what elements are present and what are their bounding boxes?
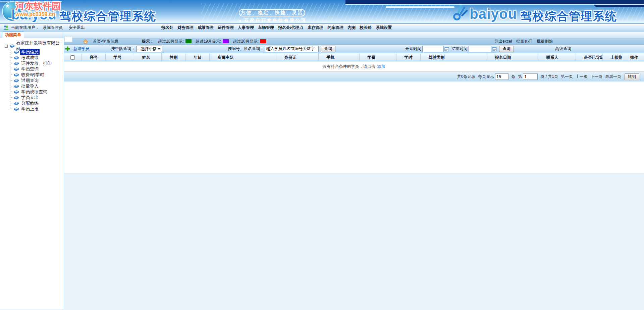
sidebar-item-7[interactable]: 学员成绩查询	[13, 89, 64, 95]
watermark-title: 河东软件园	[15, 1, 61, 11]
breadcrumb: 首页-学员信息	[93, 39, 118, 44]
online-users-icon	[3, 25, 9, 31]
tip-label: 提示：	[142, 39, 154, 44]
sidebar-item-1[interactable]: 考试成绩	[13, 55, 64, 60]
last-page-link[interactable]: 最后一页	[605, 74, 621, 80]
breadcrumb-bar: 首页-学员信息 提示： 超过18月显示: 超过19月显示: 超过20月显示: 导…	[64, 38, 644, 45]
col-header-10: 驾驶类别	[420, 54, 487, 61]
tip-swatch-red	[260, 39, 266, 43]
plus-icon	[65, 46, 70, 51]
end-time-input[interactable]	[469, 46, 491, 52]
brand-logo-text-right: baiyou	[470, 6, 517, 22]
header-white-line	[345, 4, 644, 5]
sidebar-tree: − 石家庄开发科技有限公司 学员信息 考试成绩 证件发放、打印	[0, 38, 64, 112]
sidebar-item-3[interactable]: 学员查询	[13, 66, 64, 72]
export-excel-link[interactable]: 导出excel	[494, 39, 512, 44]
menubar-item-5[interactable]: 车辆管理	[257, 25, 275, 31]
sidebar-item-5[interactable]: 过期查询	[13, 78, 64, 83]
table-empty-space	[64, 82, 644, 173]
slogan-box: 方便、稳定、快捷、灵活	[239, 9, 305, 16]
calendar-icon[interactable]	[492, 47, 497, 51]
app-window: baiyou 河东软件园 www.pc0359.cn 驾校综合管理系统 方便、稳…	[0, 0, 644, 310]
sidebar-tab-strip: 功能菜单	[0, 32, 64, 38]
search-button[interactable]: 查询	[321, 46, 335, 52]
prev-page-link[interactable]: 上一页	[576, 74, 588, 80]
menubar-item-2[interactable]: 成绩管理	[196, 25, 215, 31]
batch-print-link[interactable]: 批量套打	[516, 39, 532, 44]
collapse-icon[interactable]: −	[5, 45, 8, 48]
batch-actions: 导出excel 批量套打 批量删除	[494, 39, 644, 44]
col-header-8: 学费	[359, 54, 396, 61]
menubar-item-6[interactable]: 报名处/代理点	[277, 25, 305, 31]
page-label: 第	[518, 74, 522, 80]
notebook-icon	[13, 55, 19, 60]
col-header-9: 学时	[396, 54, 420, 61]
calendar-icon[interactable]	[444, 47, 449, 51]
watermark-url: www.pc0359.cn	[15, 11, 61, 17]
name-query-input[interactable]	[265, 46, 319, 52]
brand-hand-icon	[451, 4, 468, 21]
page-count-text: 页 / 共1页	[540, 74, 558, 80]
menubar-item-4[interactable]: 人事管理	[236, 25, 255, 31]
home-icon[interactable]	[83, 39, 88, 44]
notebook-icon	[13, 101, 19, 106]
squad-query-label: 按中队查询：	[111, 46, 135, 52]
col-header-0: 序号	[82, 54, 105, 61]
menubar-item-8[interactable]: 约车管理	[326, 25, 345, 31]
empty-add-link[interactable]: 添加	[377, 64, 385, 69]
tip-overdue-19: 超过19月显示:	[196, 39, 229, 44]
company-bullet: ●	[239, 18, 243, 23]
per-page-input[interactable]	[495, 73, 508, 80]
col-header-14: 上报期号	[602, 54, 622, 61]
col-header-6: 身份证	[276, 54, 318, 61]
menubar-item-0[interactable]: 报名处	[160, 25, 175, 31]
goto-page-button[interactable]: 转到	[625, 73, 639, 80]
menubar-item-10[interactable]: 校长处	[358, 25, 373, 31]
user-menu-bar: 当前在线用户： 系统管理员 安全退出 报名处 财务管理 成绩管理 证件管理 人事…	[0, 23, 644, 32]
col-header-11: 报名日期	[487, 54, 538, 61]
sidebar-item-0[interactable]: 学员信息	[13, 49, 64, 55]
sidebar-item-4[interactable]: 收费/转学时	[13, 72, 64, 78]
sidebar-item-10[interactable]: 学员上报	[13, 106, 64, 112]
notebook-icon	[13, 67, 19, 71]
company-name: 石家庄开发科技有限公司	[244, 17, 307, 23]
next-page-link[interactable]: 下一页	[590, 74, 602, 80]
per-page-label: 每页显示	[478, 74, 494, 80]
start-time-input[interactable]	[422, 46, 444, 52]
tip-overdue-20: 超过20月显示:	[233, 39, 266, 44]
squad-select[interactable]: --选择中队--	[137, 46, 162, 52]
notebook-icon	[13, 61, 19, 66]
sidebar-item-9[interactable]: 分配教练	[13, 100, 64, 106]
logout-link[interactable]: 安全退出	[69, 25, 85, 31]
current-username: 系统管理员	[43, 25, 63, 31]
function-menu-tab[interactable]: 功能菜单	[2, 32, 24, 38]
student-table: 序号 学号 姓名 性别 年龄 所属中队 身份证 手机 学费 学时 驾驶类别 报名…	[64, 53, 644, 61]
splitter-collapse-handle[interactable]	[64, 36, 72, 42]
watermark: 河东软件园 www.pc0359.cn	[15, 1, 61, 17]
header-swoosh	[386, 6, 454, 8]
tree-root-node[interactable]: − 石家庄开发科技有限公司	[2, 43, 64, 49]
sidebar-item-8[interactable]: 学员支出	[13, 95, 64, 100]
name-query-label: 按编号、姓名查询：	[228, 46, 264, 52]
app-header: baiyou 河东软件园 www.pc0359.cn 驾校综合管理系统 方便、稳…	[0, 0, 644, 23]
notebook-icon	[13, 95, 19, 100]
sidebar-item-2[interactable]: 证件发放、打印	[13, 60, 64, 66]
col-header-15: 操作	[622, 54, 644, 61]
menubar-item-7[interactable]: 库存管理	[306, 25, 325, 31]
advanced-query-link[interactable]: 高级查询	[555, 46, 571, 52]
select-all-checkbox[interactable]	[70, 55, 75, 60]
notebook-icon	[13, 72, 19, 77]
menubar-item-1[interactable]: 财务管理	[176, 25, 195, 31]
menubar-item-9[interactable]: 内测	[346, 25, 357, 31]
menubar-item-3[interactable]: 证件管理	[216, 25, 235, 31]
per-page-unit: 条	[511, 74, 515, 80]
date-search-button[interactable]: 查询	[499, 46, 514, 52]
menubar-item-11[interactable]: 系统设置	[374, 25, 393, 31]
page-number-input[interactable]	[523, 73, 538, 80]
start-time-label: 开始时间	[405, 46, 421, 52]
sidebar-item-6[interactable]: 批量导入	[13, 83, 64, 89]
first-page-link[interactable]: 第一页	[561, 74, 573, 80]
add-student-button[interactable]: 新增学员	[73, 46, 90, 52]
batch-delete-link[interactable]: 批量删除	[537, 39, 553, 44]
tree-children: 学员信息 考试成绩 证件发放、打印 学员查询	[10, 49, 64, 112]
